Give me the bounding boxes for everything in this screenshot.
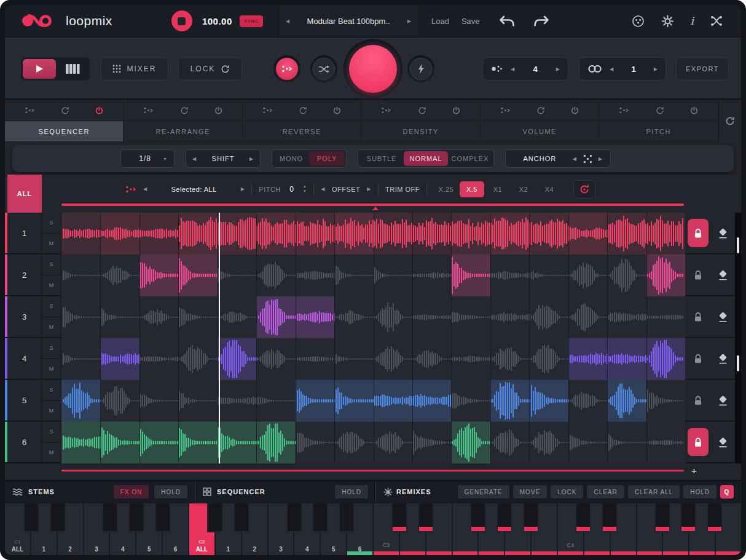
solo-button[interactable]: S [42,296,61,317]
randomize-dots-icon[interactable] [619,106,629,114]
play-button[interactable] [23,59,56,79]
black-key[interactable] [575,503,591,532]
cycle-prev-icon[interactable]: ◀ [610,66,613,72]
load-button[interactable]: Load [431,17,449,26]
bpm-display[interactable]: 100.00 [202,16,232,26]
track-lock-button[interactable] [688,428,709,456]
track-erase-button[interactable] [718,228,728,239]
tab-volume[interactable]: VOLUME [481,121,599,141]
waveform-lane[interactable] [61,380,685,420]
complexity-option-complex[interactable]: COMPLEX [448,151,492,166]
black-key[interactable] [155,503,171,532]
black-key[interactable] [470,503,486,532]
anchor-next-icon[interactable]: ▶ [599,156,603,162]
rotate-button[interactable] [573,180,595,199]
randomize-dots-icon[interactable] [262,106,273,114]
voice-option-poly[interactable]: POLY [309,151,345,166]
hold-button[interactable]: HOLD [683,485,717,499]
remix-dots-button[interactable] [273,55,300,82]
track-number[interactable]: 3 [7,296,42,337]
preset-prev-icon[interactable]: ◀ [286,18,289,24]
mute-button[interactable]: M [42,443,61,463]
lock-button[interactable]: LOCK [551,485,583,499]
track-lock-button[interactable] [688,302,709,331]
mute-button[interactable]: M [42,317,61,337]
shuffle-button[interactable] [310,55,337,82]
undo-icon[interactable] [498,15,515,27]
preset-name[interactable]: Modular Beat 100bpm.. [294,17,402,26]
pitch-stepper[interactable]: ▲▼ [303,184,307,193]
stems-hold-button[interactable]: HOLD [154,485,187,499]
track-lock-button[interactable] [688,386,709,414]
loop-range-bar-bottom[interactable] [61,470,684,471]
stop-button[interactable] [171,10,192,31]
division-next-icon[interactable]: ▶ [556,66,560,72]
waveform-lane[interactable] [61,254,685,295]
track-number[interactable]: 4 [7,338,42,379]
black-key[interactable] [207,503,223,532]
complexity-option-normal[interactable]: NORMAL [404,151,448,166]
division-prev-icon[interactable]: ◀ [511,66,514,72]
refresh-icon[interactable] [299,106,307,115]
track-lock-button[interactable] [688,344,709,373]
power-icon[interactable] [571,106,579,115]
rate-dropdown[interactable]: 1/8▼ [120,149,175,168]
loop-range-bar[interactable] [61,203,684,206]
solo-button[interactable]: S [42,338,61,359]
routing-icon[interactable] [710,15,723,27]
track-lock-button[interactable] [688,261,709,289]
black-key[interactable] [391,503,407,532]
preset-next-icon[interactable]: ▶ [407,18,411,24]
solo-button[interactable]: S [42,380,61,401]
tab-re-arrange[interactable]: RE-ARRANGE [124,121,242,141]
solo-button[interactable]: S [42,422,61,443]
track-lock-button[interactable] [688,219,709,247]
track-erase-button[interactable] [718,270,728,280]
pitch-value[interactable]: 0 [288,185,296,194]
tab-sequencer[interactable]: SEQUENCER [5,121,124,141]
select-all-button[interactable]: ALL [7,175,42,213]
keyboard-mode-button[interactable] [57,64,88,74]
waveform-lane[interactable] [61,213,685,253]
speed-button-x2[interactable]: X2 [511,181,536,197]
cycle-next-icon[interactable]: ▶ [654,66,658,72]
waveform-lane[interactable] [61,338,685,379]
randomize-dots-icon[interactable] [25,106,35,114]
power-icon[interactable] [333,106,341,115]
black-key[interactable] [50,503,66,532]
black-key[interactable] [128,503,144,532]
speed-button-x_5[interactable]: X.5 [460,181,484,197]
waveform-lane[interactable] [61,296,685,337]
offset-label[interactable]: OFFSET [332,186,360,193]
speed-button-x_25[interactable]: X.25 [434,181,458,197]
randomize-dots-icon[interactable] [143,106,154,114]
solo-button[interactable]: S [42,213,61,234]
track-number[interactable]: 6 [7,422,42,462]
track-number[interactable]: 5 [7,380,42,420]
mute-button[interactable]: M [42,359,61,379]
black-key[interactable] [312,503,328,532]
generate-button[interactable]: GENERATE [458,485,509,499]
shift-right-icon[interactable]: ▶ [249,156,254,162]
fx-on-toggle[interactable]: FX ON [114,485,149,499]
solo-button[interactable]: S [42,254,61,275]
loop-marker[interactable] [372,207,379,210]
track-number[interactable]: 2 [7,254,42,295]
black-key[interactable] [497,503,512,532]
scroll-handle[interactable] [737,355,739,371]
selection-dots-icon[interactable] [125,185,136,194]
refresh-icon[interactable] [180,106,189,115]
anchor-grid-icon[interactable] [583,154,592,164]
mute-button[interactable]: M [42,275,61,296]
black-key[interactable] [523,503,539,532]
redo-icon[interactable] [533,15,550,27]
track-erase-button[interactable] [718,437,728,448]
big-remix-button[interactable] [349,45,397,93]
randomize-dots-icon[interactable] [381,106,391,114]
tab-density[interactable]: DENSITY [361,121,480,141]
mute-button[interactable]: M [42,234,61,254]
export-button[interactable]: EXPORT [676,57,729,81]
track-erase-button[interactable] [718,353,728,364]
refresh-icon[interactable] [536,106,545,115]
speed-button-x4[interactable]: X4 [537,181,562,197]
